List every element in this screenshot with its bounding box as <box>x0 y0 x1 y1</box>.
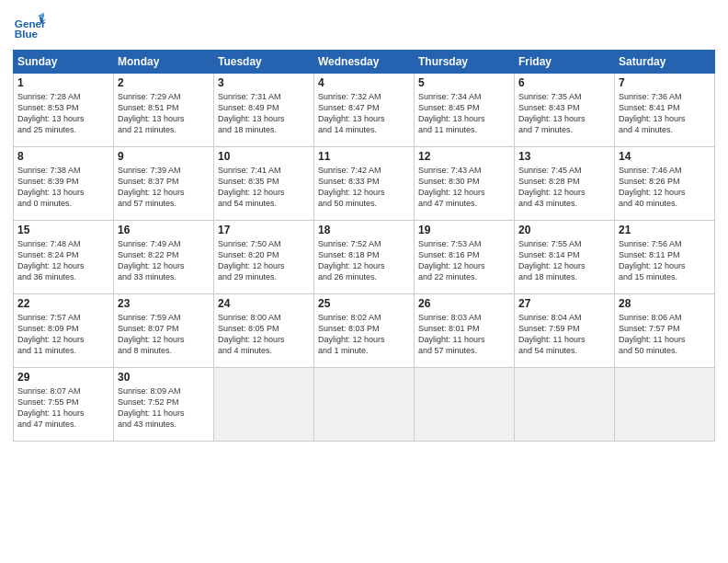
day-info: Sunrise: 7:32 AM Sunset: 8:47 PM Dayligh… <box>318 91 410 136</box>
day-number: 23 <box>118 297 210 310</box>
day-cell-24: 24Sunrise: 8:00 AM Sunset: 8:05 PM Dayli… <box>214 294 314 368</box>
week-row-1: 1Sunrise: 7:28 AM Sunset: 8:53 PM Daylig… <box>14 74 715 147</box>
page: General Blue SundayMondayTuesdayWednesda… <box>0 0 728 563</box>
day-info: Sunrise: 7:38 AM Sunset: 8:39 PM Dayligh… <box>17 165 109 210</box>
day-number: 11 <box>318 150 410 163</box>
day-info: Sunrise: 7:42 AM Sunset: 8:33 PM Dayligh… <box>318 165 410 210</box>
day-cell-23: 23Sunrise: 7:59 AM Sunset: 8:07 PM Dayli… <box>114 294 214 368</box>
day-info: Sunrise: 7:59 AM Sunset: 8:07 PM Dayligh… <box>118 312 210 357</box>
day-number: 12 <box>418 150 510 163</box>
day-info: Sunrise: 8:03 AM Sunset: 8:01 PM Dayligh… <box>418 312 510 357</box>
day-number: 25 <box>318 297 410 310</box>
day-number: 7 <box>619 76 711 89</box>
header: General Blue <box>13 9 715 42</box>
day-info: Sunrise: 8:00 AM Sunset: 8:05 PM Dayligh… <box>218 312 310 357</box>
week-row-5: 29Sunrise: 8:07 AM Sunset: 7:55 PM Dayli… <box>14 368 715 442</box>
col-header-thursday: Thursday <box>415 51 515 74</box>
day-cell-12: 12Sunrise: 7:43 AM Sunset: 8:30 PM Dayli… <box>415 147 515 221</box>
day-info: Sunrise: 7:41 AM Sunset: 8:35 PM Dayligh… <box>218 165 310 210</box>
day-info: Sunrise: 8:09 AM Sunset: 7:52 PM Dayligh… <box>118 385 210 431</box>
day-info: Sunrise: 8:02 AM Sunset: 8:03 PM Dayligh… <box>318 312 410 357</box>
day-cell-15: 15Sunrise: 7:48 AM Sunset: 8:24 PM Dayli… <box>14 221 114 294</box>
day-info: Sunrise: 7:46 AM Sunset: 8:26 PM Dayligh… <box>619 165 711 210</box>
day-info: Sunrise: 7:34 AM Sunset: 8:45 PM Dayligh… <box>418 91 510 136</box>
day-cell-4: 4Sunrise: 7:32 AM Sunset: 8:47 PM Daylig… <box>314 74 415 147</box>
day-number: 19 <box>418 224 510 236</box>
header-row: SundayMondayTuesdayWednesdayThursdayFrid… <box>14 51 715 74</box>
day-info: Sunrise: 7:55 AM Sunset: 8:14 PM Dayligh… <box>518 238 610 283</box>
day-info: Sunrise: 8:07 AM Sunset: 7:55 PM Dayligh… <box>17 385 109 431</box>
empty-cell <box>615 368 715 442</box>
day-cell-11: 11Sunrise: 7:42 AM Sunset: 8:33 PM Dayli… <box>314 147 415 221</box>
day-number: 1 <box>17 76 109 89</box>
day-number: 16 <box>118 224 210 236</box>
logo: General Blue <box>13 9 46 42</box>
day-cell-26: 26Sunrise: 8:03 AM Sunset: 8:01 PM Dayli… <box>415 294 515 368</box>
day-info: Sunrise: 7:28 AM Sunset: 8:53 PM Dayligh… <box>17 91 109 136</box>
day-number: 29 <box>17 371 109 384</box>
week-row-3: 15Sunrise: 7:48 AM Sunset: 8:24 PM Dayli… <box>14 221 715 294</box>
day-number: 20 <box>518 224 610 236</box>
col-header-sunday: Sunday <box>14 51 114 74</box>
day-info: Sunrise: 7:45 AM Sunset: 8:28 PM Dayligh… <box>518 165 610 210</box>
day-cell-5: 5Sunrise: 7:34 AM Sunset: 8:45 PM Daylig… <box>415 74 515 147</box>
day-cell-16: 16Sunrise: 7:49 AM Sunset: 8:22 PM Dayli… <box>114 221 214 294</box>
col-header-saturday: Saturday <box>615 51 715 74</box>
col-header-wednesday: Wednesday <box>314 51 415 74</box>
day-number: 22 <box>17 297 109 310</box>
day-info: Sunrise: 7:56 AM Sunset: 8:11 PM Dayligh… <box>619 238 711 283</box>
empty-cell <box>415 368 515 442</box>
day-cell-2: 2Sunrise: 7:29 AM Sunset: 8:51 PM Daylig… <box>114 74 214 147</box>
day-cell-29: 29Sunrise: 8:07 AM Sunset: 7:55 PM Dayli… <box>14 368 114 442</box>
day-cell-22: 22Sunrise: 7:57 AM Sunset: 8:09 PM Dayli… <box>14 294 114 368</box>
empty-cell <box>214 368 314 442</box>
day-info: Sunrise: 7:52 AM Sunset: 8:18 PM Dayligh… <box>318 238 410 283</box>
day-info: Sunrise: 8:04 AM Sunset: 7:59 PM Dayligh… <box>518 312 610 357</box>
logo-icon: General Blue <box>13 9 46 42</box>
day-info: Sunrise: 7:35 AM Sunset: 8:43 PM Dayligh… <box>518 91 610 136</box>
day-cell-18: 18Sunrise: 7:52 AM Sunset: 8:18 PM Dayli… <box>314 221 415 294</box>
empty-cell <box>314 368 415 442</box>
day-number: 24 <box>218 297 310 310</box>
day-info: Sunrise: 7:53 AM Sunset: 8:16 PM Dayligh… <box>418 238 510 283</box>
day-number: 3 <box>218 76 310 89</box>
day-number: 6 <box>518 76 610 89</box>
day-cell-7: 7Sunrise: 7:36 AM Sunset: 8:41 PM Daylig… <box>615 74 715 147</box>
day-info: Sunrise: 8:06 AM Sunset: 7:57 PM Dayligh… <box>619 312 711 357</box>
day-info: Sunrise: 7:43 AM Sunset: 8:30 PM Dayligh… <box>418 165 510 210</box>
day-cell-21: 21Sunrise: 7:56 AM Sunset: 8:11 PM Dayli… <box>615 221 715 294</box>
empty-cell <box>515 368 615 442</box>
day-info: Sunrise: 7:57 AM Sunset: 8:09 PM Dayligh… <box>17 312 109 357</box>
day-cell-28: 28Sunrise: 8:06 AM Sunset: 7:57 PM Dayli… <box>615 294 715 368</box>
day-cell-3: 3Sunrise: 7:31 AM Sunset: 8:49 PM Daylig… <box>214 74 314 147</box>
calendar-table: SundayMondayTuesdayWednesdayThursdayFrid… <box>13 50 715 442</box>
day-number: 30 <box>118 371 210 384</box>
day-number: 26 <box>418 297 510 310</box>
day-cell-14: 14Sunrise: 7:46 AM Sunset: 8:26 PM Dayli… <box>615 147 715 221</box>
day-cell-17: 17Sunrise: 7:50 AM Sunset: 8:20 PM Dayli… <box>214 221 314 294</box>
day-info: Sunrise: 7:39 AM Sunset: 8:37 PM Dayligh… <box>118 165 210 210</box>
week-row-4: 22Sunrise: 7:57 AM Sunset: 8:09 PM Dayli… <box>14 294 715 368</box>
day-info: Sunrise: 7:29 AM Sunset: 8:51 PM Dayligh… <box>118 91 210 136</box>
col-header-monday: Monday <box>114 51 214 74</box>
day-cell-6: 6Sunrise: 7:35 AM Sunset: 8:43 PM Daylig… <box>515 74 615 147</box>
day-number: 28 <box>619 297 711 310</box>
day-cell-19: 19Sunrise: 7:53 AM Sunset: 8:16 PM Dayli… <box>415 221 515 294</box>
day-info: Sunrise: 7:50 AM Sunset: 8:20 PM Dayligh… <box>218 238 310 283</box>
day-number: 21 <box>619 224 711 236</box>
day-info: Sunrise: 7:48 AM Sunset: 8:24 PM Dayligh… <box>17 238 109 283</box>
day-info: Sunrise: 7:36 AM Sunset: 8:41 PM Dayligh… <box>619 91 711 136</box>
day-cell-25: 25Sunrise: 8:02 AM Sunset: 8:03 PM Dayli… <box>314 294 415 368</box>
day-number: 2 <box>118 76 210 89</box>
day-number: 13 <box>518 150 610 163</box>
day-number: 5 <box>418 76 510 89</box>
day-cell-8: 8Sunrise: 7:38 AM Sunset: 8:39 PM Daylig… <box>14 147 114 221</box>
day-number: 8 <box>17 150 109 163</box>
day-info: Sunrise: 7:49 AM Sunset: 8:22 PM Dayligh… <box>118 238 210 283</box>
col-header-friday: Friday <box>515 51 615 74</box>
day-cell-9: 9Sunrise: 7:39 AM Sunset: 8:37 PM Daylig… <box>114 147 214 221</box>
day-cell-30: 30Sunrise: 8:09 AM Sunset: 7:52 PM Dayli… <box>114 368 214 442</box>
day-cell-1: 1Sunrise: 7:28 AM Sunset: 8:53 PM Daylig… <box>14 74 114 147</box>
day-info: Sunrise: 7:31 AM Sunset: 8:49 PM Dayligh… <box>218 91 310 136</box>
day-number: 17 <box>218 224 310 236</box>
